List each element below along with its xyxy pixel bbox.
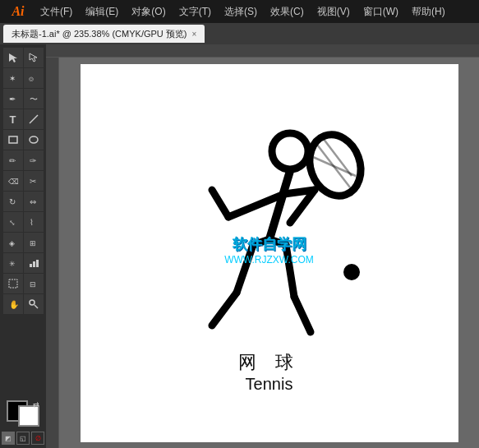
- tab-label: 未标题-1.ai* @ 235.38% (CMYK/GPU 预览): [12, 28, 187, 40]
- svg-text:◈: ◈: [9, 239, 15, 247]
- svg-text:⊞: ⊞: [30, 239, 36, 247]
- svg-text:⌇: ⌇: [30, 218, 34, 227]
- warp-tool[interactable]: ⌇: [24, 212, 44, 232]
- tab-close-button[interactable]: ×: [192, 30, 197, 39]
- svg-line-37: [212, 190, 228, 217]
- line-tool[interactable]: [24, 109, 44, 129]
- document-tab[interactable]: 未标题-1.ai* @ 235.38% (CMYK/GPU 预览) ×: [3, 25, 205, 43]
- svg-text:✂: ✂: [30, 177, 36, 186]
- magic-wand-tool[interactable]: ✶: [3, 68, 23, 88]
- menu-object[interactable]: 对象(O): [126, 3, 171, 21]
- reflect-tool[interactable]: ⇔: [24, 192, 44, 211]
- menu-help[interactable]: 帮助(H): [406, 3, 451, 21]
- artboard: 软件自学网 WWW.RJZXW.COM: [81, 64, 458, 442]
- svg-rect-23: [9, 279, 17, 288]
- svg-point-44: [343, 264, 360, 280]
- svg-line-41: [212, 293, 237, 326]
- tool-row-symbol: ✳: [3, 253, 44, 273]
- tool-row-eraser: ⌫ ✂: [3, 171, 44, 191]
- rectangle-tool[interactable]: [3, 130, 23, 150]
- paintbrush-tool[interactable]: ✏: [3, 150, 23, 170]
- menu-select[interactable]: 选择(S): [219, 3, 263, 21]
- svg-line-32: [313, 157, 356, 176]
- tennis-label: 网 球 Tennis: [238, 350, 299, 394]
- svg-line-34: [269, 171, 290, 239]
- tool-row-magic: ✶ ⌾: [3, 68, 44, 88]
- svg-line-43: [294, 297, 311, 332]
- menu-bar: 文件(F) 编辑(E) 对象(O) 文字(T) 选择(S) 效果(C) 视图(V…: [35, 3, 472, 21]
- symbol-sprayer-tool[interactable]: ✳: [3, 253, 23, 273]
- curvature-tool[interactable]: 〜: [24, 89, 44, 109]
- svg-text:⤡: ⤡: [9, 219, 16, 227]
- tool-row-blend: ◈ ⊞: [3, 233, 44, 252]
- menu-file[interactable]: 文件(F): [35, 3, 78, 21]
- slice-tool[interactable]: ⊟: [24, 274, 44, 293]
- scale-tool[interactable]: ⤡: [3, 212, 23, 232]
- svg-text:⌾: ⌾: [29, 74, 34, 83]
- color-mode[interactable]: ◩: [2, 432, 15, 445]
- svg-marker-0: [9, 53, 17, 62]
- none-mode[interactable]: ∅: [31, 432, 44, 445]
- svg-line-6: [30, 115, 38, 123]
- tennis-illustration: [163, 120, 376, 358]
- tool-row-shape: [3, 130, 44, 150]
- label-chinese: 网 球: [238, 350, 299, 375]
- svg-text:✒: ✒: [9, 95, 16, 104]
- lasso-tool[interactable]: ⌾: [24, 68, 44, 88]
- pencil-tool[interactable]: ✑: [24, 150, 44, 170]
- svg-text:✋: ✋: [9, 299, 19, 310]
- menu-edit[interactable]: 编辑(E): [80, 3, 124, 21]
- menu-type[interactable]: 文字(T): [173, 3, 217, 21]
- tool-row-scale: ⤡ ⌇: [3, 212, 44, 232]
- blend-tool[interactable]: ◈: [3, 233, 23, 252]
- color-mode-icons: ◩ ◱ ∅: [2, 432, 44, 445]
- svg-line-42: [286, 245, 294, 297]
- tool-row-brush: ✏ ✑: [3, 150, 44, 170]
- svg-text:✏: ✏: [9, 156, 16, 165]
- canvas-area: 软件自学网 WWW.RJZXW.COM: [46, 44, 479, 448]
- svg-rect-20: [30, 264, 32, 267]
- svg-point-8: [30, 136, 38, 143]
- pen-tool[interactable]: ✒: [3, 89, 23, 109]
- color-area: ⇄ ◩ ◱ ∅: [0, 397, 46, 448]
- menu-window[interactable]: 窗口(W): [357, 3, 404, 21]
- menu-view[interactable]: 视图(V): [311, 3, 356, 21]
- svg-line-40: [237, 245, 253, 293]
- tool-row-type: T: [3, 109, 44, 129]
- tool-row-rotate: ↻ ⇔: [3, 192, 44, 211]
- artboard-tool[interactable]: [3, 274, 23, 293]
- svg-point-26: [30, 300, 35, 305]
- svg-text:✶: ✶: [9, 74, 16, 83]
- svg-rect-7: [9, 136, 17, 143]
- svg-text:↻: ↻: [9, 197, 16, 206]
- menu-effect[interactable]: 效果(C): [265, 3, 310, 21]
- tool-row-artboard: ⊟: [3, 274, 44, 293]
- mesh-tool[interactable]: ⊞: [24, 233, 44, 252]
- svg-text:✳: ✳: [9, 260, 16, 268]
- swap-colors-icon[interactable]: ⇄: [33, 400, 39, 409]
- hand-tool[interactable]: ✋: [3, 294, 23, 314]
- gradient-mode[interactable]: ◱: [16, 432, 30, 445]
- vertical-ruler: [46, 58, 59, 448]
- svg-text:⌫: ⌫: [8, 178, 19, 186]
- tool-row-hand: ✋: [3, 294, 44, 314]
- graph-tool[interactable]: [24, 253, 44, 273]
- type-tool[interactable]: T: [3, 109, 23, 129]
- direct-select-tool[interactable]: [24, 48, 44, 67]
- tool-row-pen: ✒ 〜: [3, 89, 44, 109]
- rotate-tool[interactable]: ↻: [3, 192, 23, 211]
- horizontal-ruler: [46, 44, 479, 58]
- main-area: ✶ ⌾ ✒ 〜 T: [0, 44, 479, 448]
- select-tool[interactable]: [3, 48, 23, 67]
- svg-text:〜: 〜: [30, 95, 38, 104]
- scissors-tool[interactable]: ✂: [24, 171, 44, 191]
- tab-bar: 未标题-1.ai* @ 235.38% (CMYK/GPU 预览) ×: [0, 23, 479, 44]
- ellipse-tool[interactable]: [24, 130, 44, 150]
- zoom-tool[interactable]: [24, 294, 44, 314]
- app-logo: Ai: [7, 4, 30, 19]
- fill-stroke-selector: ⇄: [7, 400, 39, 430]
- svg-point-28: [272, 133, 308, 169]
- tool-row-select: [3, 48, 44, 67]
- svg-marker-1: [30, 53, 37, 62]
- eraser-tool[interactable]: ⌫: [3, 171, 23, 191]
